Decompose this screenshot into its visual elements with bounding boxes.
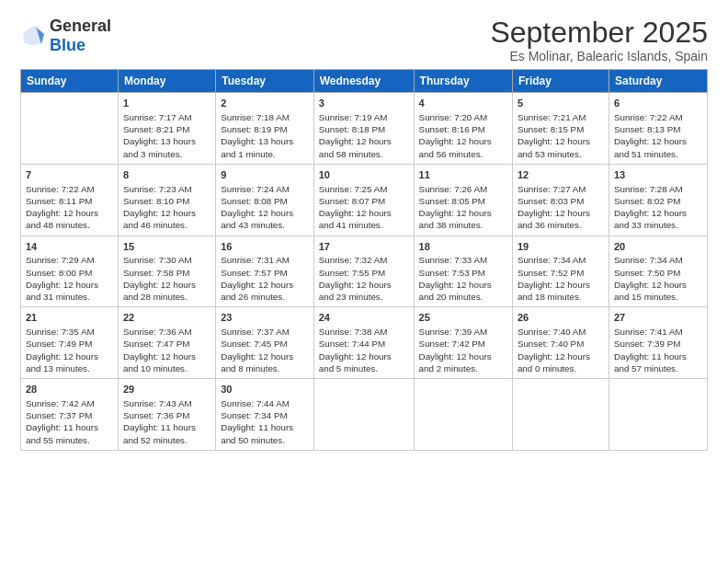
- day-info: Sunrise: 7:42 AMSunset: 7:37 PMDaylight:…: [26, 397, 113, 446]
- day-header-thursday: Thursday: [414, 70, 512, 93]
- calendar-cell: 7Sunrise: 7:22 AMSunset: 8:11 PMDaylight…: [21, 164, 119, 236]
- day-info: Sunrise: 7:31 AMSunset: 7:57 PMDaylight:…: [221, 254, 309, 303]
- day-info: Sunrise: 7:44 AMSunset: 7:34 PMDaylight:…: [221, 397, 309, 446]
- logo-icon: [20, 23, 46, 49]
- day-info: Sunrise: 7:29 AMSunset: 8:00 PMDaylight:…: [26, 254, 113, 303]
- day-header-sunday: Sunday: [21, 70, 119, 93]
- week-row-5: 28Sunrise: 7:42 AMSunset: 7:37 PMDayligh…: [21, 379, 708, 451]
- calendar-table: SundayMondayTuesdayWednesdayThursdayFrid…: [20, 69, 708, 451]
- day-number: 6: [614, 97, 702, 110]
- day-info: Sunrise: 7:34 AMSunset: 7:50 PMDaylight:…: [614, 254, 702, 303]
- logo-general: General: [50, 17, 111, 35]
- calendar-cell: 23Sunrise: 7:37 AMSunset: 7:45 PMDayligh…: [216, 307, 314, 379]
- day-number: 11: [419, 168, 507, 182]
- day-number: 17: [319, 240, 409, 254]
- calendar-cell: 8Sunrise: 7:23 AMSunset: 8:10 PMDaylight…: [118, 164, 215, 236]
- day-number: 19: [518, 240, 604, 254]
- page: General Blue September 2025 Es Molinar, …: [0, 0, 728, 563]
- calendar-cell: 1Sunrise: 7:17 AMSunset: 8:21 PMDaylight…: [118, 93, 215, 165]
- calendar-cell: 13Sunrise: 7:28 AMSunset: 8:02 PMDayligh…: [609, 164, 707, 236]
- calendar-cell: 6Sunrise: 7:22 AMSunset: 8:13 PMDaylight…: [609, 93, 707, 165]
- day-header-monday: Monday: [118, 70, 215, 93]
- day-header-friday: Friday: [512, 70, 609, 93]
- day-number: 9: [221, 168, 309, 182]
- week-row-2: 7Sunrise: 7:22 AMSunset: 8:11 PMDaylight…: [21, 164, 708, 236]
- calendar-cell: 4Sunrise: 7:20 AMSunset: 8:16 PMDaylight…: [414, 93, 512, 165]
- day-number: 16: [221, 240, 309, 254]
- day-info: Sunrise: 7:22 AMSunset: 8:11 PMDaylight:…: [26, 183, 113, 232]
- calendar-title: September 2025: [490, 17, 708, 49]
- day-info: Sunrise: 7:27 AMSunset: 8:03 PMDaylight:…: [518, 183, 604, 232]
- day-number: 1: [123, 97, 210, 110]
- day-number: 7: [26, 168, 113, 182]
- day-info: Sunrise: 7:32 AMSunset: 7:55 PMDaylight:…: [319, 254, 409, 303]
- logo-blue: Blue: [50, 36, 85, 54]
- title-block: September 2025 Es Molinar, Balearic Isla…: [490, 17, 708, 63]
- day-info: Sunrise: 7:21 AMSunset: 8:15 PMDaylight:…: [518, 111, 604, 160]
- calendar-cell: [21, 93, 119, 165]
- day-info: Sunrise: 7:22 AMSunset: 8:13 PMDaylight:…: [614, 111, 702, 160]
- day-info: Sunrise: 7:43 AMSunset: 7:36 PMDaylight:…: [123, 397, 210, 446]
- calendar-cell: [609, 379, 707, 451]
- day-info: Sunrise: 7:39 AMSunset: 7:42 PMDaylight:…: [419, 326, 507, 374]
- day-info: Sunrise: 7:41 AMSunset: 7:39 PMDaylight:…: [614, 326, 702, 374]
- day-info: Sunrise: 7:17 AMSunset: 8:21 PMDaylight:…: [123, 111, 210, 160]
- day-info: Sunrise: 7:37 AMSunset: 7:45 PMDaylight:…: [221, 326, 309, 374]
- calendar-cell: 22Sunrise: 7:36 AMSunset: 7:47 PMDayligh…: [118, 307, 215, 379]
- day-number: 30: [221, 383, 309, 396]
- day-number: 26: [518, 311, 604, 325]
- calendar-cell: 12Sunrise: 7:27 AMSunset: 8:03 PMDayligh…: [512, 164, 609, 236]
- calendar-cell: 21Sunrise: 7:35 AMSunset: 7:49 PMDayligh…: [21, 307, 119, 379]
- day-number: 18: [419, 240, 507, 254]
- day-number: 23: [221, 311, 309, 325]
- day-number: 4: [419, 97, 507, 110]
- day-info: Sunrise: 7:36 AMSunset: 7:47 PMDaylight:…: [123, 326, 210, 374]
- day-header-saturday: Saturday: [609, 70, 707, 93]
- day-info: Sunrise: 7:23 AMSunset: 8:10 PMDaylight:…: [123, 183, 210, 232]
- day-number: 10: [319, 168, 409, 182]
- day-info: Sunrise: 7:20 AMSunset: 8:16 PMDaylight:…: [419, 111, 507, 160]
- calendar-cell: 26Sunrise: 7:40 AMSunset: 7:40 PMDayligh…: [512, 307, 609, 379]
- calendar-cell: 11Sunrise: 7:26 AMSunset: 8:05 PMDayligh…: [414, 164, 512, 236]
- day-info: Sunrise: 7:35 AMSunset: 7:49 PMDaylight:…: [26, 326, 113, 374]
- calendar-cell: 3Sunrise: 7:19 AMSunset: 8:18 PMDaylight…: [313, 93, 414, 165]
- week-row-3: 14Sunrise: 7:29 AMSunset: 8:00 PMDayligh…: [21, 236, 708, 307]
- calendar-cell: [313, 379, 414, 451]
- calendar-cell: 27Sunrise: 7:41 AMSunset: 7:39 PMDayligh…: [609, 307, 707, 379]
- day-number: 8: [123, 168, 210, 182]
- calendar-cell: 9Sunrise: 7:24 AMSunset: 8:08 PMDaylight…: [216, 164, 314, 236]
- day-info: Sunrise: 7:38 AMSunset: 7:44 PMDaylight:…: [319, 326, 409, 374]
- calendar-cell: 18Sunrise: 7:33 AMSunset: 7:53 PMDayligh…: [414, 236, 512, 307]
- day-info: Sunrise: 7:34 AMSunset: 7:52 PMDaylight:…: [518, 254, 604, 303]
- day-info: Sunrise: 7:18 AMSunset: 8:19 PMDaylight:…: [221, 111, 309, 160]
- calendar-cell: 2Sunrise: 7:18 AMSunset: 8:19 PMDaylight…: [216, 93, 314, 165]
- day-number: 15: [123, 240, 210, 254]
- day-info: Sunrise: 7:33 AMSunset: 7:53 PMDaylight:…: [419, 254, 507, 303]
- calendar-cell: 20Sunrise: 7:34 AMSunset: 7:50 PMDayligh…: [609, 236, 707, 307]
- week-row-4: 21Sunrise: 7:35 AMSunset: 7:49 PMDayligh…: [21, 307, 708, 379]
- day-number: 21: [26, 311, 113, 325]
- day-number: 20: [614, 240, 702, 254]
- day-number: 27: [614, 311, 702, 325]
- day-number: 22: [123, 311, 210, 325]
- day-info: Sunrise: 7:24 AMSunset: 8:08 PMDaylight:…: [221, 183, 309, 232]
- day-number: 12: [518, 168, 604, 182]
- calendar-cell: 16Sunrise: 7:31 AMSunset: 7:57 PMDayligh…: [216, 236, 314, 307]
- day-info: Sunrise: 7:40 AMSunset: 7:40 PMDaylight:…: [518, 326, 604, 374]
- calendar-subtitle: Es Molinar, Balearic Islands, Spain: [490, 49, 708, 63]
- day-info: Sunrise: 7:30 AMSunset: 7:58 PMDaylight:…: [123, 254, 210, 303]
- calendar-cell: 15Sunrise: 7:30 AMSunset: 7:58 PMDayligh…: [118, 236, 215, 307]
- calendar-cell: 30Sunrise: 7:44 AMSunset: 7:34 PMDayligh…: [216, 379, 314, 451]
- calendar-cell: [414, 379, 512, 451]
- day-number: 2: [221, 97, 309, 110]
- calendar-cell: [512, 379, 609, 451]
- day-number: 25: [419, 311, 507, 325]
- calendar-cell: 24Sunrise: 7:38 AMSunset: 7:44 PMDayligh…: [313, 307, 414, 379]
- day-number: 29: [123, 383, 210, 396]
- calendar-cell: 17Sunrise: 7:32 AMSunset: 7:55 PMDayligh…: [313, 236, 414, 307]
- calendar-cell: 14Sunrise: 7:29 AMSunset: 8:00 PMDayligh…: [21, 236, 119, 307]
- day-number: 24: [319, 311, 409, 325]
- calendar-cell: 10Sunrise: 7:25 AMSunset: 8:07 PMDayligh…: [313, 164, 414, 236]
- day-info: Sunrise: 7:19 AMSunset: 8:18 PMDaylight:…: [319, 111, 409, 160]
- calendar-cell: 29Sunrise: 7:43 AMSunset: 7:36 PMDayligh…: [118, 379, 215, 451]
